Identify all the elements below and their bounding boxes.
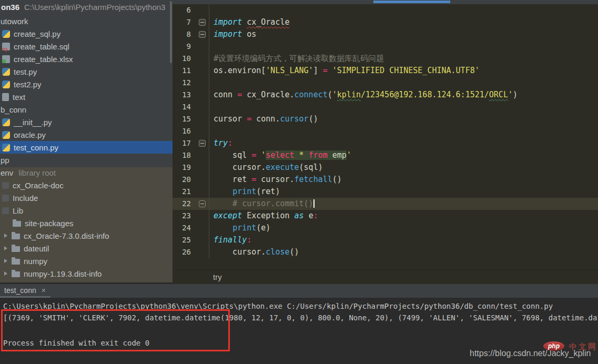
tree-item[interactable]: create_table.xlsx bbox=[0, 53, 173, 65]
editor-breadcrumb[interactable]: try bbox=[173, 269, 598, 284]
code-line[interactable]: 26 cursor.close() bbox=[173, 246, 598, 258]
tree-item[interactable]: envlibrary root bbox=[0, 166, 173, 179]
expand-arrow-icon[interactable] bbox=[4, 246, 7, 250]
code-token: cx_Oracle. bbox=[247, 90, 294, 99]
tree-item[interactable]: text bbox=[0, 90, 173, 103]
text-caret bbox=[313, 199, 315, 208]
code-token: () bbox=[309, 114, 318, 124]
tree-item[interactable]: test.py bbox=[0, 65, 173, 78]
text-file-icon bbox=[2, 93, 9, 101]
tree-item[interactable]: dateutil bbox=[0, 242, 173, 255]
tree-item[interactable]: cx_Oracle-doc bbox=[0, 179, 173, 191]
code-line[interactable]: 7import cx_Oracle bbox=[173, 16, 598, 28]
editor-gutter: 23 bbox=[173, 210, 209, 222]
tree-item-label: cx_Oracle-doc bbox=[13, 181, 64, 190]
project-tree-panel: on36C:\Users\kplin\PycharmProjects\pytho… bbox=[0, 0, 173, 282]
tree-item[interactable]: b_conn bbox=[0, 103, 173, 116]
line-number: 9 bbox=[177, 41, 191, 53]
tree-item-label: __init__.py bbox=[14, 118, 52, 127]
tree-scrollbar[interactable] bbox=[170, 1, 172, 63]
code-line[interactable]: 23except Exception as e: bbox=[173, 210, 598, 222]
tree-item[interactable]: numpy bbox=[0, 255, 173, 267]
code-line[interactable]: 15cursor = conn.cursor() bbox=[173, 113, 598, 125]
fold-marker-icon[interactable] bbox=[199, 19, 206, 26]
code-text: finally: bbox=[209, 234, 251, 246]
annotation-red-box bbox=[1, 309, 230, 351]
project-root-item[interactable]: on36C:\Users\kplin\PycharmProjects\pytho… bbox=[0, 0, 173, 15]
project-path: C:\Users\kplin\PycharmProjects\python3 bbox=[24, 3, 165, 12]
expand-arrow-icon[interactable] bbox=[4, 234, 7, 238]
tree-item[interactable]: pp bbox=[0, 154, 173, 166]
close-icon[interactable]: × bbox=[42, 286, 46, 295]
code-line[interactable]: 17try: bbox=[173, 137, 598, 149]
code-token: os bbox=[247, 29, 256, 39]
code-line[interactable]: 16 bbox=[173, 125, 598, 137]
code-token: conn. bbox=[256, 114, 280, 124]
code-token: 'NLS_LANG' bbox=[266, 66, 313, 75]
code-token: os.environ[ bbox=[214, 66, 266, 75]
code-line[interactable]: 21 print(ret) bbox=[173, 186, 598, 198]
tree-item-label: Lib bbox=[13, 206, 23, 215]
code-token: from bbox=[309, 150, 332, 160]
run-tab-test-conn[interactable]: test_conn× bbox=[0, 284, 50, 296]
expand-arrow-icon[interactable] bbox=[4, 259, 7, 263]
folder-icon bbox=[12, 234, 20, 239]
tree-item[interactable]: utowork bbox=[0, 15, 173, 27]
python-file-icon bbox=[2, 80, 10, 88]
code-line[interactable]: 20 ret = cursor.fetchall() bbox=[173, 174, 598, 186]
code-text bbox=[209, 77, 214, 89]
code-line[interactable]: 12 bbox=[173, 77, 598, 89]
code-text: import cx_Oracle bbox=[209, 16, 290, 28]
code-line[interactable]: 18 sql = 'select * from emp' bbox=[173, 149, 598, 161]
code-line[interactable]: 10#设置环境编码方式，可解决读取数据库乱码问题 bbox=[173, 53, 598, 65]
tree-item-label: cx_Oracle-7.3.0.dist-info bbox=[24, 231, 109, 240]
code-line[interactable]: 8import os bbox=[173, 28, 598, 41]
tree-item[interactable]: test_conn.py bbox=[0, 141, 173, 154]
tree-item[interactable]: site-packages bbox=[0, 217, 173, 229]
code-line[interactable]: 11os.environ['NLS_LANG'] = 'SIMPLIFIED C… bbox=[173, 65, 598, 77]
editor-gutter: 9 bbox=[173, 41, 209, 53]
folder-icon bbox=[12, 271, 20, 277]
tree-item[interactable]: create_sql.py bbox=[0, 27, 173, 40]
code-token: as bbox=[295, 211, 309, 220]
code-text: print(e) bbox=[209, 222, 270, 234]
code-token: conn bbox=[214, 90, 237, 99]
run-tab-bar: test_conn× bbox=[0, 284, 598, 298]
code-line[interactable]: 19 cursor.execute(sql) bbox=[173, 161, 598, 174]
code-line[interactable]: 22 # cursor.commit() bbox=[173, 198, 598, 210]
python-file-icon bbox=[2, 30, 10, 38]
fold-marker-icon[interactable] bbox=[199, 140, 206, 147]
tree-item[interactable]: create_table.sql bbox=[0, 40, 173, 53]
code-line[interactable]: 25finally: bbox=[173, 234, 598, 246]
code-text: cursor.close() bbox=[209, 246, 299, 258]
code-line[interactable]: 24 print(e) bbox=[173, 222, 598, 234]
tree-item[interactable]: numpy-1.19.3.dist-info bbox=[0, 267, 173, 280]
tree-item[interactable]: Include bbox=[0, 191, 173, 204]
code-line[interactable]: 13conn = cx_Oracle.connect('kplin/123456… bbox=[173, 89, 598, 101]
editor-gutter: 22 bbox=[173, 198, 209, 210]
code-text: ret = cursor.fetchall() bbox=[209, 174, 342, 186]
expand-arrow-icon[interactable] bbox=[4, 271, 7, 276]
code-editor[interactable]: 67import cx_Oracle8import os910#设置环境编码方式… bbox=[173, 4, 598, 269]
tree-item[interactable]: cx_Oracle-7.3.0.dist-info bbox=[0, 229, 173, 242]
code-text bbox=[209, 4, 214, 16]
tree-item-label: pp bbox=[1, 156, 9, 165]
code-token: () bbox=[290, 247, 299, 257]
tree-item-label: test_conn.py bbox=[14, 143, 58, 152]
fold-marker-icon[interactable] bbox=[199, 31, 206, 38]
run-tab-label: test_conn bbox=[4, 286, 36, 295]
code-token bbox=[214, 223, 232, 232]
editor-gutter: 26 bbox=[173, 246, 209, 258]
code-line[interactable]: 14 bbox=[173, 101, 598, 113]
tree-item[interactable]: __init__.py bbox=[0, 116, 173, 128]
code-line[interactable]: 9 bbox=[173, 41, 598, 53]
editor-scrollbar-horizontal[interactable] bbox=[373, 1, 450, 3]
code-token: print bbox=[232, 187, 256, 196]
tree-item[interactable]: test2.py bbox=[0, 78, 173, 90]
code-text: print(ret) bbox=[209, 186, 280, 198]
editor-gutter: 11 bbox=[173, 65, 209, 77]
fold-marker-icon[interactable] bbox=[199, 200, 206, 207]
tree-item[interactable]: oracle.py bbox=[0, 128, 173, 141]
code-line[interactable]: 6 bbox=[173, 4, 598, 16]
tree-item[interactable]: Lib bbox=[0, 204, 173, 217]
